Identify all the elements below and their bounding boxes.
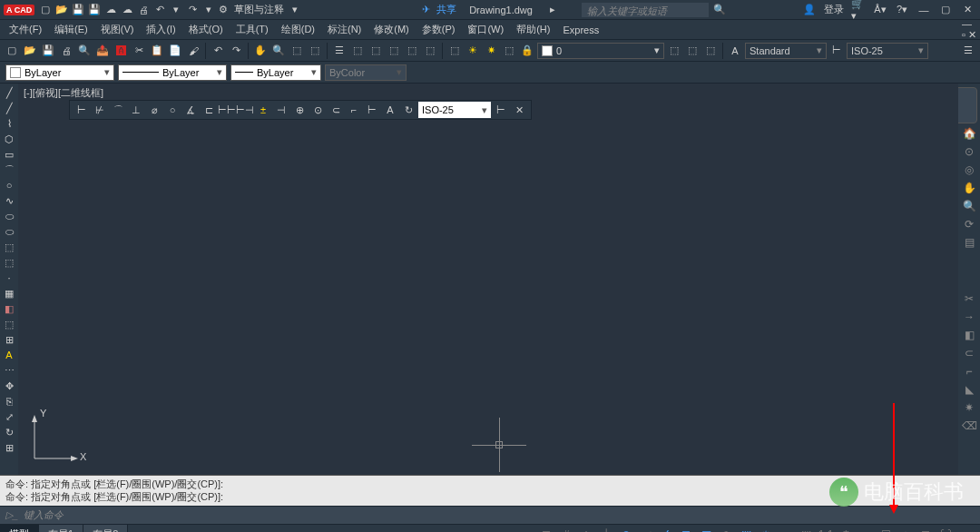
workspace-switch-icon[interactable]: ☐: [877, 527, 895, 533]
menu-modify[interactable]: 修改(M): [368, 21, 415, 38]
redo-icon[interactable]: ↷: [185, 3, 200, 17]
chevron-down-icon[interactable]: ▾: [288, 3, 302, 17]
extend-icon[interactable]: →: [961, 309, 977, 325]
help-icon[interactable]: ?▾: [895, 3, 909, 17]
layer-states-icon[interactable]: ☀: [465, 43, 481, 59]
grid-icon[interactable]: #: [557, 527, 575, 533]
new-icon[interactable]: ▢: [4, 43, 20, 59]
textstyle-dropdown[interactable]: Standard ▾: [745, 43, 827, 59]
ortho-icon[interactable]: └: [597, 527, 615, 533]
mtext-icon[interactable]: A: [2, 348, 16, 362]
dim-tedit-icon[interactable]: A: [382, 102, 398, 118]
snap-icon[interactable]: ⊹: [577, 527, 595, 533]
menu-draw[interactable]: 绘图(D): [276, 21, 320, 38]
dim-align-icon[interactable]: ⊬: [92, 102, 108, 118]
workspace-label[interactable]: 草图与注释: [234, 3, 284, 16]
otrack-icon[interactable]: ⊡: [677, 527, 695, 533]
dim-edit-icon[interactable]: ⊢: [364, 102, 380, 118]
wheel-icon[interactable]: ◎: [961, 162, 977, 178]
ellipse-arc-icon[interactable]: ⬭: [2, 224, 16, 239]
chevron-right-icon[interactable]: ▸: [545, 3, 560, 17]
block-icon[interactable]: ⬚: [2, 255, 16, 270]
dim-quick-icon[interactable]: ⊏: [201, 102, 217, 118]
copy-icon[interactable]: ⎘: [2, 394, 16, 409]
open-icon[interactable]: 📂: [54, 3, 69, 17]
dim-style-icon[interactable]: ⊢: [828, 43, 845, 59]
zoom-win-icon[interactable]: ⬚: [289, 43, 305, 59]
array-icon[interactable]: ⊞: [2, 440, 16, 455]
explode-icon[interactable]: ✷: [961, 399, 977, 416]
layer-lock-icon[interactable]: 🔒: [519, 43, 535, 59]
selection-icon[interactable]: ⬚: [737, 527, 755, 533]
circle-icon[interactable]: ○: [2, 178, 16, 192]
menu-format[interactable]: 格式(O): [183, 21, 229, 38]
print-icon[interactable]: 🖨: [58, 43, 74, 59]
layer-prev-icon[interactable]: ⬚: [666, 43, 682, 59]
maximize-icon[interactable]: ▢: [938, 3, 953, 17]
transparency-icon[interactable]: ◐: [717, 527, 735, 533]
tolerance-icon[interactable]: ⊕: [291, 102, 308, 118]
offset-icon[interactable]: ⊂: [961, 345, 977, 361]
saveas-icon[interactable]: 💾: [87, 3, 102, 17]
dim-space-icon[interactable]: ±: [255, 102, 271, 118]
clean-screen-icon[interactable]: ⛶: [936, 527, 955, 533]
scale-label[interactable]: 1:1: [817, 527, 835, 533]
osnap-icon[interactable]: ∠: [657, 527, 675, 533]
design-icon[interactable]: ⬚: [349, 43, 366, 59]
new-icon[interactable]: ▢: [38, 3, 53, 17]
saveweb-icon[interactable]: ☁: [120, 3, 134, 17]
tab-layout2[interactable]: 布局2: [83, 525, 128, 532]
search-input[interactable]: 输入关键字或短语: [582, 3, 709, 17]
command-input[interactable]: ▷_ 键入命令: [0, 506, 980, 524]
share-label[interactable]: 共享: [436, 3, 456, 16]
dimstyle-dropdown[interactable]: ISO-25 ▾: [847, 43, 928, 59]
viewport-label[interactable]: [-][俯视][二维线框]: [24, 86, 103, 100]
layer-freeze-icon[interactable]: ⬚: [501, 43, 517, 59]
sheet-icon[interactable]: ⬚: [386, 43, 402, 59]
anno-scale-icon[interactable]: ▾: [857, 527, 875, 533]
layer-sun-icon[interactable]: ✷: [483, 43, 499, 59]
openweb-icon[interactable]: ☁: [103, 3, 118, 17]
stretch-icon[interactable]: ⤢: [2, 409, 16, 424]
linetype-dropdown[interactable]: ByLayer ▾: [118, 64, 227, 81]
dim-update-icon[interactable]: ↻: [400, 102, 416, 118]
close-icon[interactable]: ✕: [960, 3, 975, 17]
calc-icon[interactable]: ⬚: [422, 43, 438, 59]
showmotion-icon[interactable]: ▤: [961, 234, 977, 251]
line-icon[interactable]: ╱: [2, 85, 16, 100]
layer-iso-icon[interactable]: ⬚: [702, 43, 719, 59]
dim-base-icon[interactable]: ⊢⊢: [219, 102, 235, 118]
menu-window[interactable]: 窗口(W): [462, 21, 509, 38]
table-icon[interactable]: ⊞: [2, 332, 16, 347]
compass-icon[interactable]: ⊙: [961, 143, 977, 160]
undo-icon[interactable]: ↶: [210, 43, 226, 59]
cut-icon[interactable]: ✂: [131, 43, 147, 59]
publish-icon[interactable]: 📤: [94, 43, 111, 59]
close-toolbar-icon[interactable]: ✕: [511, 102, 527, 118]
dim-style-icon[interactable]: ⊢: [493, 102, 509, 118]
zoom-prev-icon[interactable]: ⬚: [307, 43, 323, 59]
markup-icon[interactable]: ⬚: [404, 43, 420, 59]
menu-help[interactable]: 帮助(H): [511, 21, 555, 38]
dim-ang-icon[interactable]: ∡: [182, 102, 199, 118]
region-icon[interactable]: ⬚: [2, 317, 16, 331]
hw-accel-icon[interactable]: ⊡: [916, 527, 935, 533]
dimstyle-ribbon-dropdown[interactable]: ISO-25 ▾: [418, 102, 491, 118]
dim-ord-icon[interactable]: ⊥: [128, 102, 144, 118]
menu-tools[interactable]: 工具(T): [230, 21, 274, 38]
login-label[interactable]: 登录: [824, 3, 844, 16]
inspect-icon[interactable]: ⊂: [328, 102, 344, 118]
chevron-down-icon[interactable]: ▾: [169, 3, 183, 17]
minimize-icon[interactable]: —: [916, 3, 931, 17]
dim-rad-icon[interactable]: ⌀: [146, 102, 162, 118]
layer-match-icon[interactable]: ⬚: [684, 43, 701, 59]
anno-monitor-icon[interactable]: +: [897, 527, 915, 533]
match-icon[interactable]: 🖌: [185, 43, 201, 59]
text-style-icon[interactable]: A: [727, 43, 743, 59]
xline-icon[interactable]: ╱: [2, 101, 16, 115]
menu-express[interactable]: Express: [557, 23, 604, 37]
ellipse-icon[interactable]: ⬭: [2, 209, 16, 223]
toolbar-options-icon[interactable]: ☰: [960, 43, 976, 59]
autodesk-icon[interactable]: Å▾: [873, 3, 887, 17]
iso-icon[interactable]: ◢: [637, 527, 655, 533]
